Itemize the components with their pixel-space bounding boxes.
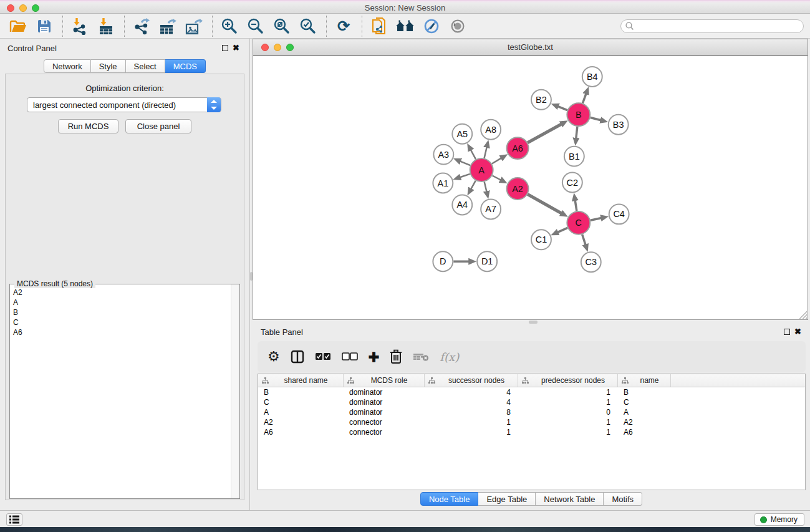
criterion-select[interactable]: largest connected component (directed)	[27, 97, 221, 112]
mcds-result-box: MCDS result (5 nodes) A2ABCA6	[9, 284, 240, 499]
table-row[interactable]: A6connector11A6	[258, 427, 805, 437]
resize-grip[interactable]	[799, 311, 807, 319]
export-image-button[interactable]	[183, 16, 205, 37]
deselect-all-columns-button[interactable]	[342, 352, 358, 361]
graph-edge-A-A8[interactable]	[485, 147, 487, 158]
column-header-successor-nodes[interactable]: successor nodes	[425, 374, 518, 387]
table-cell: 8	[425, 408, 518, 417]
column-header-MCDS-role[interactable]: MCDS role	[344, 374, 425, 387]
horizontal-splitter[interactable]	[253, 320, 810, 324]
memory-button[interactable]: Memory	[755, 513, 804, 526]
table-row[interactable]: A2connector11A2	[258, 417, 805, 427]
graph-edge-A-A1[interactable]	[460, 174, 470, 177]
graph-edge-B-B3[interactable]	[591, 117, 601, 120]
create-column-button[interactable]: ✚	[369, 351, 380, 364]
mcds-result-list: A2ABCA6	[10, 286, 231, 498]
graph-edge-A-A5[interactable]	[471, 150, 476, 159]
graph-node-label: A	[478, 165, 485, 175]
tab-style[interactable]: Style	[91, 59, 126, 73]
open-session-button[interactable]	[7, 16, 29, 37]
float-panel-icon[interactable]	[222, 45, 228, 51]
column-header-name[interactable]: name	[618, 374, 671, 387]
graph-edge-C-C4[interactable]	[591, 218, 602, 220]
export-table-button[interactable]	[157, 16, 178, 37]
clone-network-icon	[371, 17, 387, 36]
show-graphics-button[interactable]	[447, 16, 468, 37]
table-header-row: shared nameMCDS rolesuccessor nodesprede…	[258, 374, 805, 387]
graph-edge-A2-C[interactable]	[528, 195, 561, 213]
apply-layout-button[interactable]: ⟳	[333, 16, 354, 37]
column-header-predecessor-nodes[interactable]: predecessor nodes	[518, 374, 618, 387]
network-window-titlebar[interactable]: testGlobe.txt	[253, 39, 808, 56]
result-item[interactable]: C	[13, 317, 228, 327]
tab-select[interactable]: Select	[126, 59, 165, 73]
task-history-button[interactable]	[6, 513, 22, 526]
select-stepper-icon[interactable]	[207, 97, 221, 112]
close-panel-icon[interactable]: ✖	[794, 329, 801, 335]
graph-node-label: B	[576, 110, 582, 120]
result-item[interactable]: A6	[13, 327, 228, 337]
result-scrollbar[interactable]	[231, 284, 239, 498]
open-browser-button[interactable]	[395, 16, 416, 37]
table-cell: C	[618, 398, 671, 407]
graph-edge-A-A7[interactable]	[485, 181, 487, 191]
save-session-button[interactable]	[34, 16, 55, 37]
zoom-selected-button[interactable]	[297, 16, 319, 37]
graph-edge-A-A6[interactable]	[492, 158, 501, 163]
graph-edge-A6-B[interactable]	[528, 124, 561, 143]
column-header-shared-name[interactable]: shared name	[258, 374, 344, 387]
tab-motifs[interactable]: Motifs	[604, 492, 642, 506]
network-graph[interactable]: B4B2BB3A8A5A6A3B1AC2A1A2A4A7C4CC1C3DD1	[253, 56, 808, 319]
import-table-button[interactable]	[95, 16, 117, 37]
splitter-handle[interactable]	[529, 321, 538, 324]
search-field[interactable]	[620, 19, 804, 33]
tab-edge-table[interactable]: Edge Table	[478, 492, 536, 506]
table-row[interactable]: Cdominator41C	[258, 397, 805, 407]
tab-network[interactable]: Network	[44, 59, 91, 73]
run-mcds-button[interactable]: Run MCDS	[58, 119, 118, 133]
delete-table-button[interactable]	[413, 352, 429, 362]
graph-node-label: C4	[613, 209, 624, 219]
zoom-in-button[interactable]	[219, 16, 240, 37]
export-network-button[interactable]	[131, 16, 152, 37]
search-input[interactable]	[635, 22, 803, 31]
result-item[interactable]: A2	[13, 288, 228, 297]
toggle-style-button[interactable]	[421, 16, 442, 37]
delete-column-button[interactable]	[390, 349, 402, 364]
function-builder-button[interactable]: f(x)	[440, 351, 459, 364]
close-panel-icon[interactable]: ✖	[233, 45, 239, 51]
graph-edge-B-B4[interactable]	[582, 94, 586, 103]
zoom-out-button[interactable]	[245, 16, 266, 37]
graph-edge-B-B1[interactable]	[576, 127, 577, 138]
tab-node-table[interactable]: Node Table	[420, 492, 479, 506]
select-all-columns-button[interactable]	[315, 352, 331, 361]
toolbar-separator	[362, 16, 362, 37]
graph-node-label: A8	[485, 125, 496, 135]
table-row[interactable]: Adominator80A	[258, 407, 805, 417]
graph-edge-C-C2[interactable]	[575, 200, 577, 211]
graph-edge-B-B2[interactable]	[558, 107, 567, 110]
clone-network-button[interactable]	[369, 16, 390, 37]
mcds-panel: Optimization criterion: largest connecte…	[5, 74, 244, 500]
zoom-fit-button[interactable]	[271, 16, 292, 37]
result-item[interactable]: B	[13, 307, 228, 317]
graph-edge-C-C1[interactable]	[557, 228, 567, 232]
float-panel-icon[interactable]	[784, 329, 790, 335]
tab-network-table[interactable]: Network Table	[536, 492, 604, 506]
result-item[interactable]: A	[13, 297, 228, 307]
graph-edge-A-A3[interactable]	[460, 162, 470, 166]
graph-edge-A-A2[interactable]	[492, 176, 501, 180]
table-row[interactable]: Bdominator41B	[258, 387, 805, 397]
table-settings-button[interactable]: ⚙	[268, 350, 280, 364]
table-cell: B	[618, 388, 671, 397]
main-toolbar: ⟳	[0, 14, 810, 39]
node-table[interactable]: shared nameMCDS rolesuccessor nodesprede…	[258, 374, 806, 490]
export-table-icon	[159, 17, 176, 35]
close-panel-button[interactable]: Close panel	[125, 119, 191, 133]
network-canvas[interactable]: B4B2BB3A8A5A6A3B1AC2A1A2A4A7C4CC1C3DD1	[253, 56, 808, 319]
tab-mcds[interactable]: MCDS	[165, 59, 206, 73]
graph-edge-C-C3[interactable]	[582, 235, 586, 245]
graph-edge-A-A4[interactable]	[471, 181, 475, 190]
show-columns-button[interactable]	[291, 350, 304, 364]
import-network-button[interactable]	[69, 16, 90, 37]
